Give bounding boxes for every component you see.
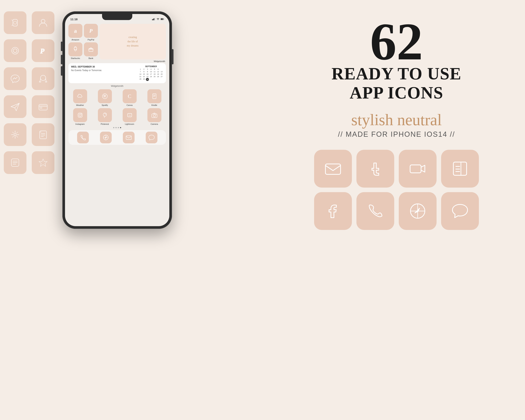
dot-4 xyxy=(120,127,121,128)
bottom-icon-messages xyxy=(441,192,479,230)
cal-left: WED, SEPTEMBER 30 No Events Today or Tom… xyxy=(71,66,136,81)
dock-safari[interactable] xyxy=(100,132,112,143)
svg-point-56 xyxy=(156,115,156,115)
cal-day-9: 9 xyxy=(146,71,149,73)
cal-day-23: 23 xyxy=(146,76,149,78)
svg-rect-62 xyxy=(410,165,421,173)
cal-day-7: 7 xyxy=(139,71,142,73)
svg-point-4 xyxy=(41,19,45,23)
ready-to-use-text: READY TO USE xyxy=(283,64,510,83)
svg-rect-33 xyxy=(154,18,154,20)
dock-phone[interactable] xyxy=(77,132,89,143)
svg-text:Lr: Lr xyxy=(129,114,131,116)
app-starbucks[interactable]: Starbucks xyxy=(68,42,82,59)
cal-day-6: 6 xyxy=(157,68,160,70)
app-grid-row1: Weather Spotify C Canva xyxy=(68,89,166,106)
app-canva[interactable]: C Canva xyxy=(118,89,141,106)
cal-grid: 1 2 3 4 5 6 7 8 9 10 11 12 xyxy=(139,68,163,81)
signal-icon xyxy=(152,18,155,20)
dock-mail[interactable] xyxy=(123,132,135,143)
messages-icon xyxy=(148,134,155,141)
starbucks-icon xyxy=(72,46,79,53)
safari-icon xyxy=(102,134,109,141)
widgetsmith-label: Widgetsmith xyxy=(68,85,166,87)
screen-content: a Amazon P PayPal xyxy=(65,22,169,146)
bottom-icon-facetime xyxy=(399,150,437,188)
facebook-icon-large xyxy=(324,201,342,220)
bg-icon-extra2 xyxy=(32,151,55,174)
app-spotify[interactable]: Spotify xyxy=(93,89,116,106)
svg-point-6 xyxy=(13,49,17,53)
amazon-icon-bg: a xyxy=(68,24,82,38)
spotify-label: Spotify xyxy=(102,104,108,106)
right-panel: 62 READY TO USE APP ICONS stylish neutra… xyxy=(283,15,510,230)
svg-point-1 xyxy=(14,21,17,24)
instagram-icon-bg xyxy=(73,108,87,122)
bottom-icon-mail xyxy=(314,150,352,188)
svg-rect-54 xyxy=(152,114,157,118)
lightroom-label: Lightroom xyxy=(125,123,134,125)
messages-icon-large xyxy=(450,201,469,220)
notes-icon-large xyxy=(450,159,469,178)
bg-icon-watch xyxy=(4,11,27,34)
bottom-icon-safari xyxy=(399,192,437,230)
cal-day-3: 3 xyxy=(146,68,149,70)
calendar-widget: WED, SEPTEMBER 30 No Events Today or Tom… xyxy=(68,63,166,83)
svg-point-13 xyxy=(14,134,16,136)
bottom-icon-notes xyxy=(441,150,479,188)
safari-icon-large xyxy=(408,201,427,220)
cal-day-12: 12 xyxy=(157,71,160,73)
dock-messages[interactable] xyxy=(146,132,157,143)
svg-point-50 xyxy=(81,114,82,114)
svg-point-38 xyxy=(74,47,77,50)
app-paypal[interactable]: P PayPal xyxy=(84,24,98,41)
svg-point-43 xyxy=(103,94,107,99)
number-display: 62 xyxy=(283,15,510,68)
cal-day-14: 14 xyxy=(139,73,142,75)
app-pinterest[interactable]: Pinterest xyxy=(93,108,116,125)
mail-icon-large xyxy=(324,159,342,178)
bank-icon xyxy=(87,46,94,53)
dot-3 xyxy=(118,127,119,128)
canva-label: Canva xyxy=(127,104,133,106)
bg-icon-paper-plane xyxy=(4,95,27,118)
bg-icon-checklist xyxy=(32,123,55,146)
bottom-icon-tumblr xyxy=(356,150,394,188)
pinterest-icon xyxy=(101,112,108,119)
pinterest-icon-bg xyxy=(98,108,112,122)
svg-point-8 xyxy=(40,75,46,81)
app-amazon[interactable]: a Amazon xyxy=(68,24,82,41)
svg-rect-41 xyxy=(91,48,91,49)
phone-mockup: 11:18 a xyxy=(62,11,172,229)
canva-icon-bg: C xyxy=(123,89,137,103)
bg-icon-sparkle xyxy=(4,123,27,146)
quote-widget: creatingthe life ofmy dreams xyxy=(99,24,166,59)
app-camera[interactable]: Camera xyxy=(143,108,166,125)
amazon-label: Amazon xyxy=(72,38,79,41)
cal-day-28: 28 xyxy=(139,78,142,81)
cal-day-8: 8 xyxy=(142,71,146,73)
app-kindle[interactable]: Kindle xyxy=(143,89,166,106)
kindle-icon-bg xyxy=(147,89,161,103)
camera-icon xyxy=(151,112,158,119)
app-bank[interactable]: Bank xyxy=(84,42,98,59)
left-app-col: a Amazon P PayPal xyxy=(68,24,98,59)
app-lightroom[interactable]: Lr Lightroom xyxy=(118,108,141,125)
lightroom-icon-bg: Lr xyxy=(123,108,137,122)
svg-rect-61 xyxy=(325,164,341,174)
cal-day-25: 25 xyxy=(153,76,156,78)
cal-day-21: 21 xyxy=(139,76,142,78)
app-instagram[interactable]: Instagram xyxy=(68,108,92,125)
pinterest-label: Pinterest xyxy=(101,123,109,125)
cal-month: SEPTEMBER xyxy=(139,66,163,67)
phone-icon xyxy=(79,134,86,141)
svg-line-19 xyxy=(17,136,18,137)
cal-day-2: 2 xyxy=(142,68,146,70)
svg-rect-36 xyxy=(163,19,164,19)
app-weather[interactable]: Weather xyxy=(68,89,92,106)
weather-label: Weather xyxy=(76,104,84,106)
bottom-icons-grid xyxy=(283,150,510,230)
kindle-icon xyxy=(151,93,158,100)
cal-day-11: 11 xyxy=(153,71,156,73)
top-section: a Amazon P PayPal xyxy=(68,24,166,59)
